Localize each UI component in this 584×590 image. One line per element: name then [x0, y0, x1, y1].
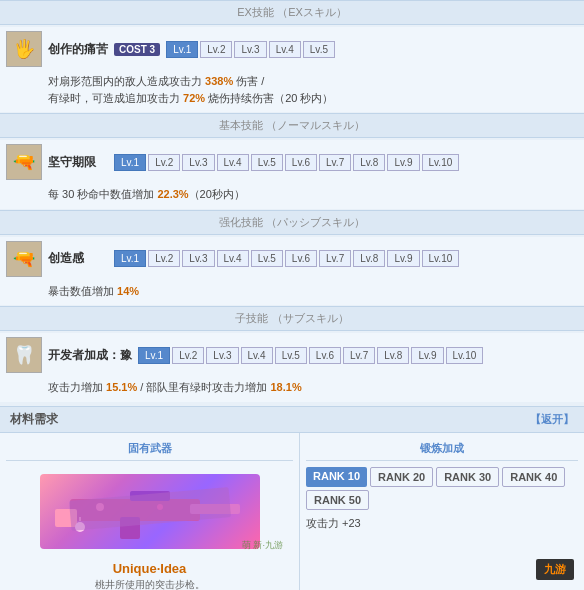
material-header: 材料需求 【返开】 — [0, 406, 584, 433]
sub-skill-header: 子技能 （サブスキル） — [0, 306, 584, 331]
sub-lv1-btn[interactable]: Lv.1 — [138, 347, 170, 364]
normal-lv8-btn[interactable]: Lv.8 — [353, 154, 385, 171]
passive-lv7-btn[interactable]: Lv.7 — [319, 250, 351, 267]
normal-lv4-btn[interactable]: Lv.4 — [217, 154, 249, 171]
passive-lv5-btn[interactable]: Lv.5 — [251, 250, 283, 267]
sub-lv9-btn[interactable]: Lv.9 — [411, 347, 443, 364]
rank10-btn[interactable]: RANK 10 — [306, 467, 367, 487]
weapon-column: 固有武器 — [0, 433, 300, 591]
normal-lv5-btn[interactable]: Lv.5 — [251, 154, 283, 171]
ex-lv1-btn[interactable]: Lv.1 — [166, 41, 198, 58]
rank50-btn[interactable]: RANK 50 — [306, 490, 369, 510]
ex-skill-desc: 对扇形范围内的敌人造成攻击力 338% 伤害 / 有绿时，可造成追加攻击力 72… — [0, 71, 584, 112]
passive-skill-top: 🔫 创造感 Lv.1 Lv.2 Lv.3 Lv.4 Lv.5 Lv.6 Lv.7… — [0, 237, 584, 281]
svg-point-6 — [157, 504, 163, 510]
sub-lv6-btn[interactable]: Lv.6 — [309, 347, 341, 364]
sub-skill-desc: 攻击力增加 15.1% / 部队里有绿时攻击力增加 18.1% — [0, 377, 584, 402]
svg-rect-3 — [120, 517, 140, 539]
svg-point-7 — [75, 522, 85, 532]
normal-lv2-btn[interactable]: Lv.2 — [148, 154, 180, 171]
passive-skill-name: 创造感 — [48, 250, 108, 267]
sub-lv2-btn[interactable]: Lv.2 — [172, 347, 204, 364]
ex-skill-section: EX技能 （EXスキル） 🖐 创作的痛苦 COST 3 Lv.1 Lv.2 Lv… — [0, 0, 584, 112]
normal-skill-section: 基本技能 （ノーマルスキル） 🔫 坚守期限 Lv.1 Lv.2 Lv.3 Lv.… — [0, 113, 584, 209]
passive-skill-section: 强化技能 （パッシブスキル） 🔫 创造感 Lv.1 Lv.2 Lv.3 Lv.4… — [0, 210, 584, 306]
ex-skill-header: EX技能 （EXスキル） — [0, 0, 584, 25]
material-body: 固有武器 — [0, 433, 584, 591]
sub-level-bar: Lv.1 Lv.2 Lv.3 Lv.4 Lv.5 Lv.6 Lv.7 Lv.8 … — [138, 347, 578, 364]
rank40-btn[interactable]: RANK 40 — [502, 467, 565, 487]
normal-skill-top: 🔫 坚守期限 Lv.1 Lv.2 Lv.3 Lv.4 Lv.5 Lv.6 Lv.… — [0, 140, 584, 184]
passive-skill-icon: 🔫 — [6, 241, 42, 277]
sub-skill-icon: 🦷 — [6, 337, 42, 373]
sub-lv4-btn[interactable]: Lv.4 — [241, 347, 273, 364]
normal-lv10-btn[interactable]: Lv.10 — [422, 154, 460, 171]
svg-rect-0 — [70, 499, 200, 521]
ex-lv5-btn[interactable]: Lv.5 — [303, 41, 335, 58]
weapon-col-header: 固有武器 — [6, 439, 293, 461]
normal-skill-desc: 每 30 秒命中数值增加 22.3%（20秒内） — [0, 184, 584, 209]
sub-lv3-btn[interactable]: Lv.3 — [206, 347, 238, 364]
passive-level-bar: Lv.1 Lv.2 Lv.3 Lv.4 Lv.5 Lv.6 Lv.7 Lv.8 … — [114, 250, 578, 267]
normal-skill-name: 坚守期限 — [48, 154, 108, 171]
normal-skill-icon: 🔫 — [6, 144, 42, 180]
sub-lv7-btn[interactable]: Lv.7 — [343, 347, 375, 364]
weapon-sub-desc: 桃井所使用的突击步枪。 — [6, 578, 293, 591]
weapon-image — [40, 474, 260, 549]
weapon-name: Unique·Idea — [6, 561, 293, 576]
passive-lv8-btn[interactable]: Lv.8 — [353, 250, 385, 267]
normal-skill-row: 🔫 坚守期限 Lv.1 Lv.2 Lv.3 Lv.4 Lv.5 Lv.6 Lv.… — [0, 140, 584, 209]
ex-lv4-btn[interactable]: Lv.4 — [269, 41, 301, 58]
enhance-col-header: 锻炼加成 — [306, 439, 578, 461]
weapon-image-area: 萌 新·九游 — [6, 467, 293, 557]
cost-badge: COST 3 — [114, 43, 160, 56]
svg-rect-1 — [190, 504, 240, 514]
ex-level-bar: Lv.1 Lv.2 Lv.3 Lv.4 Lv.5 — [166, 41, 578, 58]
ex-lv3-btn[interactable]: Lv.3 — [234, 41, 266, 58]
passive-lv3-btn[interactable]: Lv.3 — [182, 250, 214, 267]
passive-skill-row: 🔫 创造感 Lv.1 Lv.2 Lv.3 Lv.4 Lv.5 Lv.6 Lv.7… — [0, 237, 584, 306]
normal-lv1-btn[interactable]: Lv.1 — [114, 154, 146, 171]
passive-lv9-btn[interactable]: Lv.9 — [387, 250, 419, 267]
passive-lv10-btn[interactable]: Lv.10 — [422, 250, 460, 267]
rank30-btn[interactable]: RANK 30 — [436, 467, 499, 487]
ex-skill-top: 🖐 创作的痛苦 COST 3 Lv.1 Lv.2 Lv.3 Lv.4 Lv.5 — [0, 27, 584, 71]
rank20-btn[interactable]: RANK 20 — [370, 467, 433, 487]
sub-lv10-btn[interactable]: Lv.10 — [446, 347, 484, 364]
watermark: 萌 新·九游 — [242, 539, 283, 552]
svg-point-5 — [96, 503, 104, 511]
normal-skill-header: 基本技能 （ノーマルスキル） — [0, 113, 584, 138]
passive-skill-header: 强化技能 （パッシブスキル） — [0, 210, 584, 235]
normal-lv7-btn[interactable]: Lv.7 — [319, 154, 351, 171]
sub-skill-row: 🦷 开发者加成：豫 Lv.1 Lv.2 Lv.3 Lv.4 Lv.5 Lv.6 … — [0, 333, 584, 402]
ex-skill-row: 🖐 创作的痛苦 COST 3 Lv.1 Lv.2 Lv.3 Lv.4 Lv.5 … — [0, 27, 584, 112]
weapon-svg — [50, 479, 250, 544]
sub-skill-top: 🦷 开发者加成：豫 Lv.1 Lv.2 Lv.3 Lv.4 Lv.5 Lv.6 … — [0, 333, 584, 377]
logo-badge: 九游 — [536, 559, 574, 580]
passive-lv4-btn[interactable]: Lv.4 — [217, 250, 249, 267]
sub-lv8-btn[interactable]: Lv.8 — [377, 347, 409, 364]
ex-skill-icon: 🖐 — [6, 31, 42, 67]
passive-skill-desc: 暴击数值增加 14% — [0, 281, 584, 306]
normal-lv3-btn[interactable]: Lv.3 — [182, 154, 214, 171]
passive-lv1-btn[interactable]: Lv.1 — [114, 250, 146, 267]
material-section: 材料需求 【返开】 固有武器 — [0, 406, 584, 591]
svg-rect-4 — [130, 491, 170, 501]
svg-rect-2 — [55, 509, 77, 527]
passive-lv6-btn[interactable]: Lv.6 — [285, 250, 317, 267]
sub-lv5-btn[interactable]: Lv.5 — [275, 347, 307, 364]
normal-lv9-btn[interactable]: Lv.9 — [387, 154, 419, 171]
normal-level-bar: Lv.1 Lv.2 Lv.3 Lv.4 Lv.5 Lv.6 Lv.7 Lv.8 … — [114, 154, 578, 171]
rank-stat: 攻击力 +23 — [306, 516, 578, 531]
ex-skill-name: 创作的痛苦 — [48, 41, 108, 58]
normal-lv6-btn[interactable]: Lv.6 — [285, 154, 317, 171]
passive-lv2-btn[interactable]: Lv.2 — [148, 250, 180, 267]
sub-skill-section: 子技能 （サブスキル） 🦷 开发者加成：豫 Lv.1 Lv.2 Lv.3 Lv.… — [0, 306, 584, 402]
sub-skill-name: 开发者加成：豫 — [48, 347, 132, 364]
ex-lv2-btn[interactable]: Lv.2 — [200, 41, 232, 58]
rank-grid: RANK 10 RANK 20 RANK 30 RANK 40 RANK 50 — [306, 467, 578, 510]
